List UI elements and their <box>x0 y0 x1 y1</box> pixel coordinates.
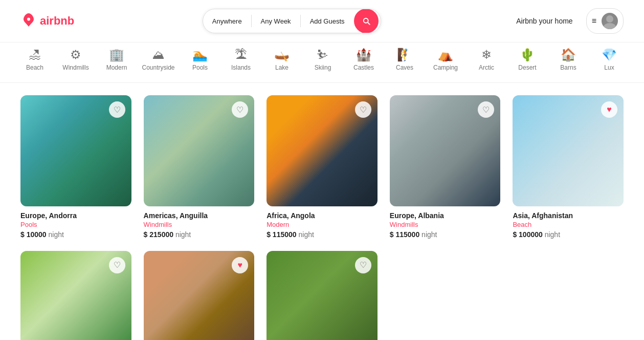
cat-icon-countryside: ⛰ <box>152 49 165 61</box>
favorite-button[interactable]: ♡ <box>355 101 371 118</box>
category-item-barns[interactable]: 🏠 Barns <box>554 49 583 76</box>
cat-icon-desert: 🌵 <box>520 49 535 61</box>
search-icon <box>362 16 371 26</box>
cat-label-countryside: Countryside <box>142 64 174 71</box>
week-search[interactable]: Any Week <box>252 9 300 33</box>
header: airbnb Anywhere Any Week Add Guests Airb… <box>0 0 644 42</box>
cat-label-desert: Desert <box>518 64 536 71</box>
listing-image-wrap: ♡ <box>267 251 377 340</box>
cat-icon-barns: 🏠 <box>561 49 576 61</box>
listing-card-4[interactable]: ♡ Europe, Albania Windmills $ 115000 nig… <box>390 95 501 239</box>
favorite-button[interactable]: ♡ <box>109 101 125 118</box>
listing-location: Europe, Andorra <box>20 211 131 220</box>
listing-type: Windmills <box>144 221 255 228</box>
svg-point-0 <box>606 15 613 23</box>
listing-location: Asia, Afghanistan <box>513 211 624 220</box>
cat-label-windmills: Windmills <box>62 64 88 71</box>
listing-type: Pools <box>20 221 131 228</box>
cat-label-skiing: Skiing <box>315 64 331 71</box>
search-button[interactable] <box>354 9 379 33</box>
cat-icon-modern: 🏢 <box>109 49 124 61</box>
listing-card-7[interactable]: ♥ <box>144 251 255 340</box>
favorite-button[interactable]: ♡ <box>355 257 371 273</box>
favorite-button[interactable]: ♡ <box>232 101 248 118</box>
category-item-pools[interactable]: 🏊 Pools <box>186 49 214 76</box>
listing-location: Africa, Angola <box>267 211 377 220</box>
menu-avatar[interactable]: ≡ <box>586 8 624 34</box>
cat-label-lux: Lux <box>604 64 614 71</box>
category-item-caves[interactable]: 🧗 Caves <box>390 49 419 76</box>
cat-icon-skiing: ⛷ <box>317 49 329 61</box>
host-link[interactable]: Airbnb your home <box>509 12 580 30</box>
cat-label-caves: Caves <box>396 64 413 71</box>
listing-price: $ 115000 night <box>267 230 377 239</box>
listing-card-5[interactable]: ♥ Asia, Afghanistan Beach $ 100000 night <box>513 95 624 239</box>
listing-image-wrap: ♡ <box>20 95 131 206</box>
listing-type: Modern <box>267 221 377 228</box>
category-item-castles[interactable]: 🏰 Castles <box>349 49 378 76</box>
listing-price: $ 115000 night <box>390 230 501 239</box>
favorite-button[interactable]: ♥ <box>232 257 248 273</box>
listing-card-1[interactable]: ♡ Europe, Andorra Pools $ 10000 night <box>20 95 131 239</box>
category-item-skiing[interactable]: ⛷ Skiing <box>308 49 337 76</box>
svg-point-1 <box>604 23 616 29</box>
logo[interactable]: airbnb <box>20 13 74 29</box>
category-item-windmills[interactable]: ⚙ Windmills <box>61 49 90 76</box>
cat-icon-lux: 💎 <box>602 49 617 61</box>
cat-label-barns: Barns <box>560 64 576 71</box>
listing-price: $ 10000 night <box>20 230 131 239</box>
cat-label-lake: Lake <box>275 64 288 71</box>
cat-label-camping: Camping <box>433 64 458 71</box>
listings-grid-row1: ♡ Europe, Andorra Pools $ 10000 night ♡ … <box>20 95 624 239</box>
listing-location: Europe, Albania <box>390 211 501 220</box>
cat-label-beach: Beach <box>26 64 43 71</box>
listing-type: Beach <box>513 221 624 228</box>
listing-card-6[interactable]: ♡ <box>20 251 131 340</box>
listing-card-2[interactable]: ♡ Americas, Anguilla Windmills $ 215000 … <box>144 95 255 239</box>
cat-icon-camping: ⛺ <box>438 49 453 61</box>
cat-icon-caves: 🧗 <box>397 49 412 61</box>
listing-card-8[interactable]: ♡ <box>267 251 377 340</box>
category-item-countryside[interactable]: ⛰ Countryside <box>143 49 173 76</box>
listings-grid-row2: ♡ ♥ ♡ <box>20 251 624 340</box>
avatar <box>602 13 618 29</box>
search-bar: Anywhere Any Week Add Guests <box>203 9 381 33</box>
cat-icon-arctic: ❄ <box>481 49 492 61</box>
location-search[interactable]: Anywhere <box>203 9 251 33</box>
listing-image-wrap: ♥ <box>513 95 624 206</box>
cat-icon-pools: 🏊 <box>192 49 208 61</box>
category-item-camping[interactable]: ⛺ Camping <box>431 49 460 76</box>
listing-image-wrap: ♡ <box>390 95 501 206</box>
guests-search[interactable]: Add Guests <box>301 9 354 33</box>
listing-image-wrap: ♥ <box>144 251 255 340</box>
category-item-modern[interactable]: 🏢 Modern <box>102 49 131 76</box>
listing-image-wrap: ♡ <box>267 95 377 206</box>
header-right: Airbnb your home ≡ <box>509 8 624 34</box>
guests-label: Add Guests <box>310 17 345 25</box>
listing-card-3[interactable]: ♡ Africa, Angola Modern $ 115000 night <box>267 95 377 239</box>
cat-icon-beach: 🏖 <box>29 49 41 61</box>
favorite-button[interactable]: ♡ <box>109 257 125 273</box>
favorite-button[interactable]: ♥ <box>601 101 617 118</box>
category-item-lake[interactable]: 🛶 Lake <box>268 49 296 76</box>
cat-icon-castles: 🏰 <box>356 49 371 61</box>
category-item-lux[interactable]: 💎 Lux <box>595 49 624 76</box>
listing-price: $ 100000 night <box>513 230 624 239</box>
cat-icon-islands: 🏝 <box>235 49 247 61</box>
category-item-beach[interactable]: 🏖 Beach <box>20 49 49 76</box>
cat-icon-windmills: ⚙ <box>70 49 81 61</box>
cat-label-islands: Islands <box>231 64 251 71</box>
listing-location: Americas, Anguilla <box>144 211 255 220</box>
cat-label-castles: Castles <box>353 64 374 71</box>
logo-text: airbnb <box>40 14 74 28</box>
category-nav: 🏖 Beach ⚙ Windmills 🏢 Modern ⛰ Countrysi… <box>0 42 644 83</box>
category-item-desert[interactable]: 🌵 Desert <box>513 49 542 76</box>
hamburger-icon: ≡ <box>592 16 596 26</box>
cat-label-modern: Modern <box>106 64 127 71</box>
listing-image-wrap: ♡ <box>144 95 255 206</box>
location-label: Anywhere <box>212 17 242 25</box>
listing-price: $ 215000 night <box>144 230 255 239</box>
category-item-islands[interactable]: 🏝 Islands <box>227 49 255 76</box>
category-item-arctic[interactable]: ❄ Arctic <box>472 49 501 76</box>
cat-icon-lake: 🛶 <box>274 49 290 61</box>
